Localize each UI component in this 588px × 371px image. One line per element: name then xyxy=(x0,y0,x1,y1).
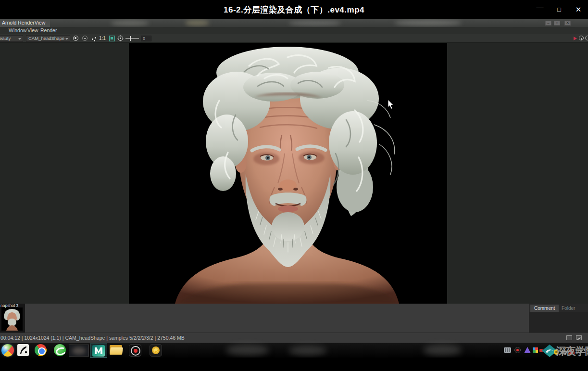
menu-view[interactable]: View xyxy=(27,27,38,34)
letterbox-bar xyxy=(0,358,588,371)
maximize-icon[interactable]: □ xyxy=(550,0,569,19)
chevron-down-icon xyxy=(18,38,21,40)
maya-taskbar-slot[interactable] xyxy=(90,344,107,358)
video-title: 16-2.分层渲染及合成（下）.ev4.mp4 xyxy=(0,4,588,15)
rgba-channels-icon[interactable] xyxy=(82,36,88,41)
color-grid-tray-icon[interactable] xyxy=(533,347,538,353)
chrome-icon[interactable] xyxy=(35,344,47,356)
camera-dropdown[interactable]: CAM_headShape xyxy=(26,35,70,42)
rendered-image[interactable] xyxy=(129,43,447,304)
blur-artifact xyxy=(185,20,209,26)
start-render-icon[interactable] xyxy=(73,36,78,41)
exposure-slider[interactable] xyxy=(125,38,139,39)
windows-start-button[interactable] xyxy=(1,344,14,357)
maya-icon xyxy=(92,345,105,357)
image-icon[interactable] xyxy=(566,335,572,340)
blur-artifact xyxy=(423,345,462,356)
snapshot-thumb-zone: napshot 3 xyxy=(0,304,25,333)
windows-taskbar: 10 深夜学院 xyxy=(0,343,588,358)
arnold-menubar: le Window View Render xyxy=(0,27,588,34)
exposure-value-field[interactable]: 0 xyxy=(141,36,151,41)
menu-window[interactable]: Window xyxy=(9,27,26,34)
zbrush-icon[interactable] xyxy=(17,344,29,356)
gear-icon[interactable] xyxy=(118,36,123,41)
mouse-cursor xyxy=(388,100,395,110)
video-player-window: 16-2.分层渲染及合成（下）.ev4.mp4 — □ ✕ Arnold Ren… xyxy=(0,0,588,371)
arnold-window-title: Arnold RenderView xyxy=(0,19,50,27)
comment-panel-body[interactable] xyxy=(529,312,588,333)
arnold-statusbar: 00:04:12 | 1024x1024 (1:1) | CAM_headSha… xyxy=(0,333,588,343)
blur-artifact xyxy=(288,20,341,26)
close-icon[interactable]: ✕ xyxy=(569,0,588,19)
render-status-text: 00:04:12 | 1024x1024 (1:1) | CAM_headSha… xyxy=(0,335,185,341)
minimize-icon[interactable]: — xyxy=(530,0,550,19)
arnold-titlebar: Arnold RenderView – ▫ ✕ xyxy=(0,19,588,27)
panel-tabs: Comment Folder xyxy=(529,305,588,312)
help-circle-icon[interactable] xyxy=(585,36,588,40)
screen-recorder-icon[interactable] xyxy=(129,344,141,357)
keyboard-tray-icon[interactable] xyxy=(504,347,511,353)
camera-value: CAM_headShape xyxy=(28,36,64,41)
arnold-minimize-icon[interactable]: – xyxy=(545,21,551,26)
menu-render[interactable]: Render xyxy=(40,27,57,34)
snapshot-thumb-graphic xyxy=(1,307,23,331)
video-frame[interactable]: Arnold RenderView – ▫ ✕ le Window View R… xyxy=(0,19,588,358)
snapshot-thumbnail[interactable] xyxy=(1,307,23,331)
player-titlebar: 16-2.分层渲染及合成（下）.ev4.mp4 — □ ✕ xyxy=(0,0,588,19)
exposure-slider-handle[interactable] xyxy=(130,36,131,41)
snapshot-circle-icon[interactable] xyxy=(579,36,584,40)
blur-artifact xyxy=(288,346,327,356)
blur-artifact xyxy=(394,20,462,26)
input-method-tray-icon[interactable] xyxy=(524,347,531,353)
display-mode-value: eauty xyxy=(0,36,11,41)
display-mode-dropdown[interactable]: eauty xyxy=(0,35,23,42)
arnold-toolbar: eauty CAM_headShape 1:1 0 xyxy=(0,34,588,43)
tab-comment[interactable]: Comment xyxy=(530,305,559,312)
green-browser-icon[interactable] xyxy=(54,344,66,356)
watermark-text: 深夜学院 xyxy=(556,345,588,358)
arnold-maximize-icon[interactable]: ▫ xyxy=(554,21,560,26)
snapshot-side-panel: Comment Folder xyxy=(529,304,588,333)
sun-app-icon[interactable] xyxy=(150,344,162,357)
app-preview-thumbnail[interactable] xyxy=(69,345,89,357)
folder-front xyxy=(110,347,123,355)
snapshot-label: napshot 3 xyxy=(0,304,18,308)
chevron-down-icon xyxy=(65,38,68,40)
render-region-icon[interactable] xyxy=(109,36,115,41)
arnold-close-icon[interactable]: ✕ xyxy=(564,21,571,26)
tab-folder[interactable]: Folder xyxy=(559,305,578,312)
render-viewport[interactable] xyxy=(0,43,588,304)
head-render-graphic xyxy=(129,43,447,304)
edit-icon[interactable] xyxy=(576,335,582,340)
blur-artifact xyxy=(226,345,269,356)
blur-artifact xyxy=(111,20,149,26)
record-play-icon[interactable] xyxy=(574,37,577,40)
pixel-probe-icon[interactable] xyxy=(91,36,97,41)
snapshot-strip: napshot 3 Comment Folder xyxy=(0,304,588,333)
zoom-ratio-label[interactable]: 1:1 xyxy=(99,36,106,41)
file-explorer-icon[interactable] xyxy=(110,345,123,356)
recording-tray-icon[interactable] xyxy=(514,347,521,353)
